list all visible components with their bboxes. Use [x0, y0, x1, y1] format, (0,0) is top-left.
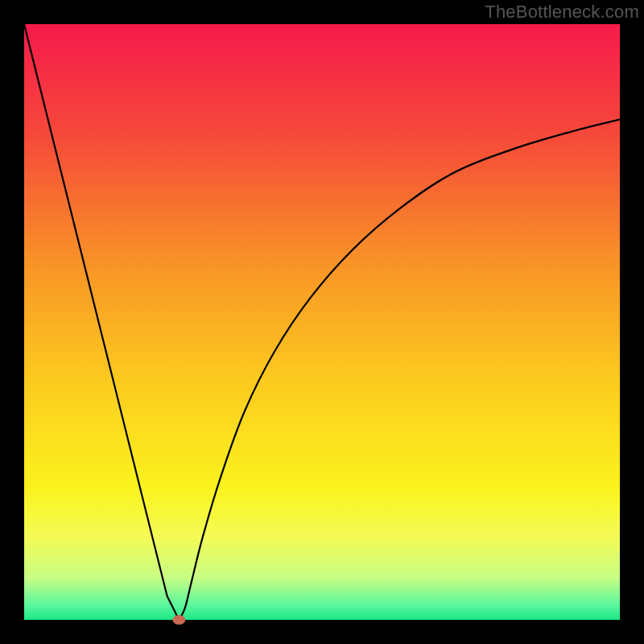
plot-background: [24, 24, 620, 620]
bottleneck-chart: [0, 0, 644, 644]
watermark-text: TheBottleneck.com: [485, 2, 639, 23]
chart-container: TheBottleneck.com: [0, 0, 644, 644]
optimal-point-marker: [172, 615, 185, 625]
